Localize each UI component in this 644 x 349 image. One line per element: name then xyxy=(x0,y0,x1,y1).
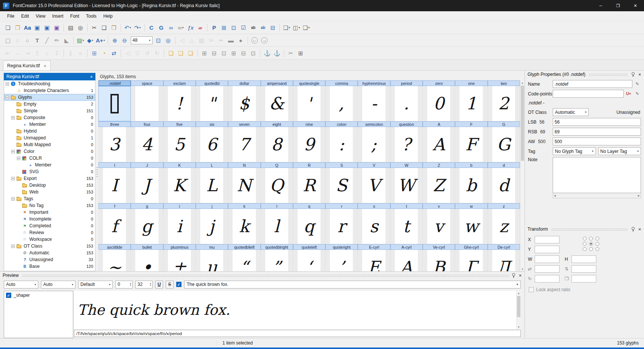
preview-scroll-down-icon[interactable] xyxy=(517,325,521,329)
glyph-cell-g[interactable]: gg xyxy=(131,203,163,244)
tree-item-automatic[interactable]: Automatic153 xyxy=(4,249,95,256)
tree-item-workspace[interactable]: Workspace0 xyxy=(4,236,95,243)
glyph-cell-Z[interactable]: ZZ xyxy=(423,162,455,203)
tree-item-glyphs[interactable]: Glyphs153 xyxy=(4,94,95,101)
tree-item-tags[interactable]: Tags0 xyxy=(4,195,95,202)
y-field[interactable] xyxy=(535,246,559,253)
flip-vertical-button[interactable]: ▽ xyxy=(133,48,142,58)
draw-tool-button[interactable]: ✏ xyxy=(52,36,62,45)
insert-image-button[interactable]: ▨ xyxy=(76,36,85,45)
overview-options-button[interactable]: ⊞ xyxy=(296,48,305,58)
glyph-cell-I[interactable]: II xyxy=(98,162,131,203)
glyph-properties-toggle-button[interactable]: P xyxy=(209,23,219,32)
tree-item-important[interactable]: Important0 xyxy=(4,209,95,216)
glyph-cell-hyphenminus[interactable]: hyphenminus- xyxy=(358,80,390,121)
layer-tag-select[interactable]: No Layer Tag xyxy=(598,147,641,155)
tree-item-incomplete-characters[interactable]: Incomplete Characters1 xyxy=(4,87,95,94)
glyph-cell-three[interactable]: three3 xyxy=(98,121,131,162)
glyph-cell-i[interactable]: ii xyxy=(163,203,196,244)
snap-to-guides-button[interactable]: ⊟ xyxy=(239,48,248,58)
glyph-cell-plusminus[interactable]: plusminus± xyxy=(163,244,196,271)
pin-icon[interactable] xyxy=(512,273,516,278)
fill-tool-button[interactable]: ◣ xyxy=(62,36,71,45)
glyph-cell-zero[interactable]: zero0 xyxy=(423,80,455,121)
tree-item-member[interactable]: Member0 xyxy=(4,162,95,168)
compact-mode-button[interactable]: ⊟ xyxy=(268,23,278,32)
menu-view[interactable]: View xyxy=(32,11,49,21)
save-all-button[interactable]: ▣ xyxy=(52,23,62,32)
zoom-glyph-button[interactable]: ◎ xyxy=(163,36,173,45)
print-button[interactable]: ▤ xyxy=(66,23,76,32)
glyph-cell-bullet[interactable]: bullet• xyxy=(131,244,163,271)
collapse-icon[interactable] xyxy=(6,82,9,86)
glyph-cell-quoteright[interactable]: quoteright’ xyxy=(325,244,358,271)
glyph-cell-b[interactable]: bb xyxy=(455,162,487,203)
tree-item-unassigned[interactable]: Unassigned33 xyxy=(4,256,95,263)
tab-regina-kursiv[interactable]: Regina Kursiv.ttf xyxy=(3,60,51,70)
glyph-cell-quotedblleft[interactable]: quotedblleft“ xyxy=(228,244,260,271)
scroll-up-icon[interactable] xyxy=(520,80,525,85)
glyph-grid-scrollbar[interactable] xyxy=(520,80,525,271)
collapse-icon[interactable] xyxy=(17,157,20,160)
glyph-cell-l[interactable]: ll xyxy=(261,203,293,244)
glyph-cell-G[interactable]: GG xyxy=(488,121,520,162)
glyph-cell-z[interactable]: zz xyxy=(488,203,520,244)
align-middle-vertical-button[interactable]: ↕ xyxy=(42,48,52,58)
anchors-button[interactable]: ⚓ xyxy=(262,48,272,58)
glyph-cell-seven[interactable]: seven7 xyxy=(228,121,260,162)
glyph-cell-j[interactable]: jj xyxy=(196,203,228,244)
window-layout-button[interactable]: ◫ xyxy=(292,23,301,32)
split-contours-button[interactable]: ✂ xyxy=(286,48,296,58)
align-right-button[interactable]: ⇥ xyxy=(23,48,32,58)
save-button[interactable]: ▣ xyxy=(32,23,42,32)
glyph-cell-eight[interactable]: eight8 xyxy=(261,121,293,162)
tree-item-review[interactable]: Review0 xyxy=(4,229,95,236)
glyph-cell-colon[interactable]: colon: xyxy=(325,121,358,162)
codepoints-field[interactable] xyxy=(553,90,624,98)
contour-pen-button[interactable]: ✒ xyxy=(216,36,226,45)
redo-button[interactable]: ↷ xyxy=(133,23,142,32)
tree-item-empty[interactable]: Empty2 xyxy=(4,101,95,107)
glyph-cell-five[interactable]: five5 xyxy=(163,121,196,162)
glyph-cell-A[interactable]: AA xyxy=(423,121,455,162)
eraser-button[interactable]: ▰ xyxy=(195,23,205,32)
navigation-close-icon[interactable] xyxy=(90,74,93,79)
glyph-cell-De-cyrl[interactable]: De-cyrlД xyxy=(488,244,520,271)
glyph-cell-F[interactable]: FF xyxy=(455,121,487,162)
tree-item-no-tag[interactable]: No Tag153 xyxy=(4,202,95,209)
send-backward-button[interactable]: ❏ xyxy=(176,48,186,58)
glyph-cell-four[interactable]: four4 xyxy=(131,121,163,162)
tree-item-multi-mapped[interactable]: Multi Mapped0 xyxy=(4,141,95,148)
scale-x-field[interactable] xyxy=(535,265,559,273)
height-field[interactable] xyxy=(571,255,596,263)
paste-glyph-options-button[interactable]: G xyxy=(156,23,166,32)
preview-features-checkbox[interactable] xyxy=(176,282,181,287)
navigate-forward-button[interactable]: → xyxy=(260,36,269,45)
zoom-to-selection-button[interactable]: ⊡ xyxy=(154,36,163,45)
tree-item-desktop[interactable]: Desktop153 xyxy=(4,182,95,189)
glyph-cell-N[interactable]: NN xyxy=(228,162,260,203)
tree-item-completed[interactable]: Completed0 xyxy=(4,222,95,229)
glyph-cell-s[interactable]: ss xyxy=(358,203,390,244)
edit-name-button[interactable]: ✎ xyxy=(633,80,641,88)
scroll-right-icon[interactable]: ▶ xyxy=(638,194,640,197)
insert-character-button[interactable]: A+ xyxy=(95,36,106,45)
glyph-cell-f[interactable]: ff xyxy=(98,203,131,244)
select-tool-button[interactable]: ▢ xyxy=(3,36,13,45)
undo-button[interactable]: ↶ xyxy=(123,23,133,32)
shaper-checkbox[interactable] xyxy=(6,293,11,298)
tree-item-composite[interactable]: Composite0 xyxy=(4,114,95,121)
language-select[interactable]: Default xyxy=(78,281,113,289)
skew-vertical-button[interactable]: △ xyxy=(187,36,197,45)
preview-scroll-up-icon[interactable] xyxy=(517,291,521,295)
close-preview-icon[interactable] xyxy=(519,273,522,278)
ot-class-select[interactable]: Automatic xyxy=(553,108,589,116)
menu-font[interactable]: Font xyxy=(67,11,83,21)
new-edit-window-button[interactable]: ❏ xyxy=(282,23,292,32)
glyph-cell-two[interactable]: two2 xyxy=(488,80,520,121)
splitter-handle[interactable] xyxy=(95,73,98,271)
open-font-button[interactable]: ❐ xyxy=(13,23,23,32)
tree-item-troubleshooting[interactable]: Troubleshooting xyxy=(4,80,95,87)
glyph-cell-w[interactable]: ww xyxy=(455,203,487,244)
tree-item-color[interactable]: Color0 xyxy=(4,148,95,155)
